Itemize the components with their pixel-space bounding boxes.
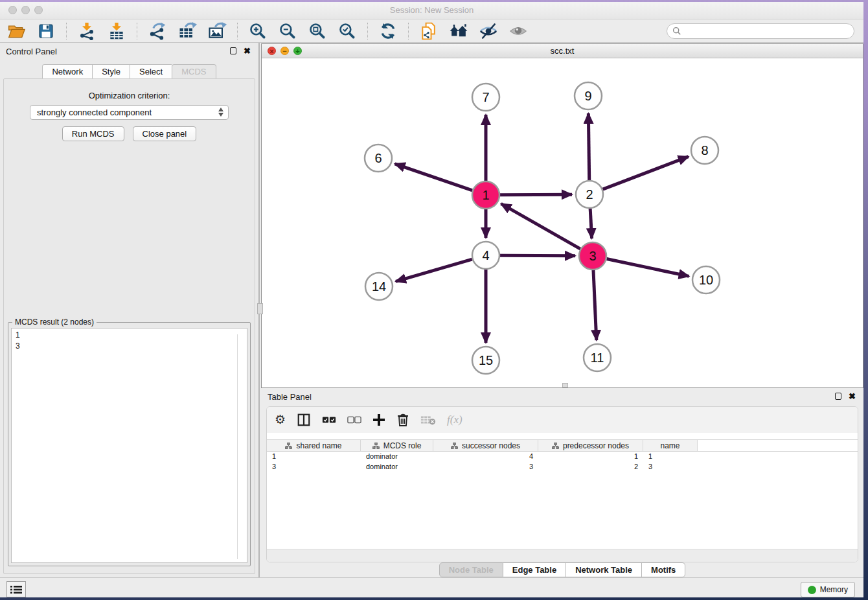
- graph-edge-4-3[interactable]: [500, 255, 575, 256]
- graph-edge-3-11[interactable]: [593, 270, 597, 340]
- cell-shared-name[interactable]: 3: [267, 462, 361, 472]
- graph-edge-2-9[interactable]: [588, 113, 589, 180]
- optimization-criterion-value: strongly connected component: [37, 108, 152, 117]
- mcds-result-list[interactable]: 1 3: [11, 328, 247, 563]
- mcds-buttons: Run MCDS Close panel: [4, 126, 255, 141]
- zoom-out-icon[interactable]: [278, 21, 297, 41]
- float-table-panel-icon[interactable]: [835, 393, 841, 400]
- main-titlebar: Session: New Session: [0, 2, 863, 19]
- optimization-criterion-label: Optimization criterion:: [4, 91, 255, 100]
- column-header-name[interactable]: name: [643, 440, 698, 451]
- main-toolbar: [0, 20, 863, 43]
- toolbar-separator: [137, 23, 137, 40]
- graph-edge-2-8[interactable]: [603, 157, 689, 190]
- column-header-mcds-role[interactable]: MCDS role: [361, 440, 433, 451]
- refresh-icon[interactable]: [378, 21, 398, 41]
- graph-edge-3-10[interactable]: [607, 259, 689, 277]
- unselect-all-icon[interactable]: [347, 411, 361, 428]
- hierarchy-icon: [372, 443, 380, 449]
- mcds-panel: Optimization criterion: strongly connect…: [3, 78, 255, 574]
- graph-edge-3-1[interactable]: [501, 203, 580, 249]
- cell-mcds-role[interactable]: dominator: [361, 452, 433, 462]
- graph-node-2[interactable]: 2: [576, 181, 603, 208]
- zoom-in-icon[interactable]: [248, 21, 268, 41]
- zoom-selected-icon[interactable]: [337, 21, 357, 41]
- search-box: [667, 23, 854, 39]
- tab-edge-table[interactable]: Edge Table: [503, 562, 566, 577]
- close-panel-icon[interactable]: ✖: [244, 46, 251, 56]
- tab-network-table[interactable]: Network Table: [566, 562, 642, 577]
- cell-shared-name[interactable]: 1: [267, 452, 361, 462]
- table-settings-gear-icon[interactable]: ⚙: [275, 411, 286, 428]
- select-all-icon[interactable]: [322, 411, 336, 428]
- table-row[interactable]: 1 dominator 4 1 1: [267, 452, 858, 462]
- graph-node-11[interactable]: 11: [584, 344, 611, 371]
- svg-text:8: 8: [701, 143, 708, 157]
- tab-node-table[interactable]: Node Table: [439, 562, 503, 577]
- node-table: shared name MCDS role successor nodes pr…: [267, 439, 858, 472]
- close-table-panel-icon[interactable]: ✖: [849, 391, 856, 401]
- save-session-icon[interactable]: [36, 21, 56, 41]
- cell-name[interactable]: 3: [643, 462, 698, 472]
- table-row[interactable]: 3 dominator 3 2 3: [267, 462, 858, 472]
- zoom-fit-icon[interactable]: [308, 21, 327, 41]
- column-view-icon[interactable]: [297, 411, 311, 428]
- export-table-icon[interactable]: [177, 21, 197, 41]
- graph-node-9[interactable]: 9: [575, 82, 602, 110]
- graph-node-7[interactable]: 7: [472, 84, 499, 111]
- tab-motifs[interactable]: Motifs: [642, 562, 685, 577]
- column-header-successor-nodes[interactable]: successor nodes: [433, 440, 538, 451]
- cell-successor-nodes[interactable]: 3: [433, 462, 538, 472]
- delete-table-icon[interactable]: [420, 411, 436, 428]
- search-input[interactable]: [681, 27, 854, 36]
- function-builder-icon[interactable]: f(x): [447, 411, 463, 428]
- show-eye-icon[interactable]: [508, 21, 528, 41]
- graph-node-15[interactable]: 15: [472, 347, 499, 374]
- hierarchy-icon: [451, 443, 458, 449]
- cell-predecessor-nodes[interactable]: 2: [538, 462, 643, 472]
- close-panel-button[interactable]: Close panel: [133, 126, 197, 141]
- horizontal-splitter-handle[interactable]: [562, 383, 568, 387]
- export-image-icon[interactable]: [207, 21, 227, 41]
- graph-edge-2-3[interactable]: [590, 209, 591, 238]
- network-canvas[interactable]: 7968124314101511: [262, 58, 863, 387]
- open-session-icon[interactable]: [6, 21, 26, 41]
- run-mcds-button[interactable]: Run MCDS: [62, 126, 124, 141]
- clone-network-icon[interactable]: [419, 21, 439, 41]
- svg-text:14: 14: [372, 279, 386, 294]
- result-scrollbar[interactable]: [237, 334, 238, 559]
- float-panel-icon[interactable]: [230, 47, 236, 54]
- graph-node-4[interactable]: 4: [472, 242, 499, 269]
- hierarchy-icon: [285, 443, 292, 449]
- cell-predecessor-nodes[interactable]: 1: [538, 452, 643, 462]
- cell-mcds-role[interactable]: dominator: [361, 462, 433, 472]
- graph-node-6[interactable]: 6: [365, 144, 392, 172]
- graph-edge-4-14[interactable]: [396, 259, 472, 281]
- graph-edge-1-2[interactable]: [500, 194, 572, 195]
- network-window-titlebar: × − + scc.txt: [262, 44, 863, 58]
- optimization-criterion-select[interactable]: strongly connected component: [30, 105, 229, 120]
- graph-edge-1-6[interactable]: [395, 164, 473, 190]
- network-graph[interactable]: 7968124314101511: [262, 58, 863, 387]
- export-network-icon[interactable]: [148, 21, 167, 41]
- hide-panel-eye-icon[interactable]: [479, 21, 498, 41]
- delete-column-trash-icon[interactable]: [396, 411, 409, 428]
- cell-successor-nodes[interactable]: 4: [433, 452, 538, 462]
- graph-node-8[interactable]: 8: [691, 137, 718, 164]
- add-column-icon[interactable]: [372, 411, 385, 428]
- home-networks-icon[interactable]: [449, 21, 468, 41]
- import-network-icon[interactable]: [77, 21, 97, 41]
- memory-button[interactable]: Memory: [801, 582, 855, 597]
- graph-node-10[interactable]: 10: [692, 266, 720, 294]
- vertical-splitter-handle[interactable]: [257, 303, 263, 314]
- graph-node-3[interactable]: 3: [579, 242, 606, 270]
- cell-name[interactable]: 1: [643, 452, 698, 462]
- task-history-button[interactable]: [6, 581, 26, 597]
- graph-node-14[interactable]: 14: [365, 273, 393, 300]
- column-header-predecessor-nodes[interactable]: predecessor nodes: [538, 440, 643, 451]
- graph-node-1[interactable]: 1: [472, 181, 499, 209]
- column-header-shared-name[interactable]: shared name: [267, 440, 361, 451]
- search-icon: [672, 27, 681, 36]
- import-table-icon[interactable]: [107, 21, 126, 41]
- svg-text:3: 3: [589, 249, 596, 263]
